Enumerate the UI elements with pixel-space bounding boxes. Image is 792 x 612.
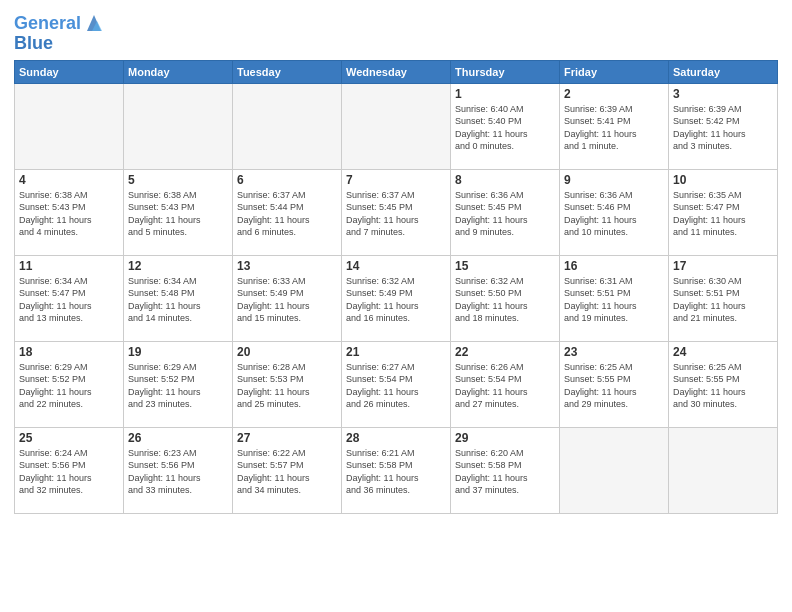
- day-number: 10: [673, 173, 773, 187]
- day-info: Sunrise: 6:34 AM Sunset: 5:48 PM Dayligh…: [128, 275, 228, 325]
- calendar-body: 1Sunrise: 6:40 AM Sunset: 5:40 PM Daylig…: [15, 83, 778, 513]
- calendar-cell: 2Sunrise: 6:39 AM Sunset: 5:41 PM Daylig…: [560, 83, 669, 169]
- calendar-cell: 23Sunrise: 6:25 AM Sunset: 5:55 PM Dayli…: [560, 341, 669, 427]
- day-info: Sunrise: 6:25 AM Sunset: 5:55 PM Dayligh…: [564, 361, 664, 411]
- calendar-cell: [15, 83, 124, 169]
- calendar-cell: 4Sunrise: 6:38 AM Sunset: 5:43 PM Daylig…: [15, 169, 124, 255]
- day-number: 2: [564, 87, 664, 101]
- calendar-table: SundayMondayTuesdayWednesdayThursdayFrid…: [14, 60, 778, 514]
- day-number: 19: [128, 345, 228, 359]
- day-info: Sunrise: 6:37 AM Sunset: 5:44 PM Dayligh…: [237, 189, 337, 239]
- calendar-cell: 9Sunrise: 6:36 AM Sunset: 5:46 PM Daylig…: [560, 169, 669, 255]
- day-info: Sunrise: 6:38 AM Sunset: 5:43 PM Dayligh…: [19, 189, 119, 239]
- day-info: Sunrise: 6:29 AM Sunset: 5:52 PM Dayligh…: [128, 361, 228, 411]
- calendar-cell: 17Sunrise: 6:30 AM Sunset: 5:51 PM Dayli…: [669, 255, 778, 341]
- calendar-cell: 27Sunrise: 6:22 AM Sunset: 5:57 PM Dayli…: [233, 427, 342, 513]
- day-info: Sunrise: 6:30 AM Sunset: 5:51 PM Dayligh…: [673, 275, 773, 325]
- day-number: 7: [346, 173, 446, 187]
- day-number: 27: [237, 431, 337, 445]
- day-info: Sunrise: 6:21 AM Sunset: 5:58 PM Dayligh…: [346, 447, 446, 497]
- calendar-week-row: 4Sunrise: 6:38 AM Sunset: 5:43 PM Daylig…: [15, 169, 778, 255]
- calendar-cell: 24Sunrise: 6:25 AM Sunset: 5:55 PM Dayli…: [669, 341, 778, 427]
- calendar-cell: 5Sunrise: 6:38 AM Sunset: 5:43 PM Daylig…: [124, 169, 233, 255]
- day-number: 16: [564, 259, 664, 273]
- calendar-week-row: 25Sunrise: 6:24 AM Sunset: 5:56 PM Dayli…: [15, 427, 778, 513]
- day-info: Sunrise: 6:40 AM Sunset: 5:40 PM Dayligh…: [455, 103, 555, 153]
- calendar-cell: 28Sunrise: 6:21 AM Sunset: 5:58 PM Dayli…: [342, 427, 451, 513]
- day-info: Sunrise: 6:34 AM Sunset: 5:47 PM Dayligh…: [19, 275, 119, 325]
- day-info: Sunrise: 6:28 AM Sunset: 5:53 PM Dayligh…: [237, 361, 337, 411]
- calendar-cell: 1Sunrise: 6:40 AM Sunset: 5:40 PM Daylig…: [451, 83, 560, 169]
- day-info: Sunrise: 6:39 AM Sunset: 5:42 PM Dayligh…: [673, 103, 773, 153]
- day-number: 20: [237, 345, 337, 359]
- calendar-cell: 21Sunrise: 6:27 AM Sunset: 5:54 PM Dayli…: [342, 341, 451, 427]
- day-number: 18: [19, 345, 119, 359]
- day-number: 8: [455, 173, 555, 187]
- calendar-cell: 12Sunrise: 6:34 AM Sunset: 5:48 PM Dayli…: [124, 255, 233, 341]
- calendar-cell: 3Sunrise: 6:39 AM Sunset: 5:42 PM Daylig…: [669, 83, 778, 169]
- calendar-cell: 18Sunrise: 6:29 AM Sunset: 5:52 PM Dayli…: [15, 341, 124, 427]
- calendar-cell: [124, 83, 233, 169]
- day-info: Sunrise: 6:39 AM Sunset: 5:41 PM Dayligh…: [564, 103, 664, 153]
- calendar-cell: [233, 83, 342, 169]
- weekday-header: Friday: [560, 60, 669, 83]
- day-info: Sunrise: 6:26 AM Sunset: 5:54 PM Dayligh…: [455, 361, 555, 411]
- weekday-header: Thursday: [451, 60, 560, 83]
- weekday-row: SundayMondayTuesdayWednesdayThursdayFrid…: [15, 60, 778, 83]
- calendar-cell: [342, 83, 451, 169]
- day-number: 25: [19, 431, 119, 445]
- calendar-cell: 10Sunrise: 6:35 AM Sunset: 5:47 PM Dayli…: [669, 169, 778, 255]
- day-info: Sunrise: 6:32 AM Sunset: 5:49 PM Dayligh…: [346, 275, 446, 325]
- day-number: 24: [673, 345, 773, 359]
- calendar-cell: 7Sunrise: 6:37 AM Sunset: 5:45 PM Daylig…: [342, 169, 451, 255]
- logo-text2: Blue: [14, 34, 53, 54]
- day-number: 11: [19, 259, 119, 273]
- weekday-header: Sunday: [15, 60, 124, 83]
- calendar-cell: 25Sunrise: 6:24 AM Sunset: 5:56 PM Dayli…: [15, 427, 124, 513]
- calendar-week-row: 18Sunrise: 6:29 AM Sunset: 5:52 PM Dayli…: [15, 341, 778, 427]
- day-number: 14: [346, 259, 446, 273]
- day-number: 21: [346, 345, 446, 359]
- calendar-cell: 8Sunrise: 6:36 AM Sunset: 5:45 PM Daylig…: [451, 169, 560, 255]
- day-info: Sunrise: 6:20 AM Sunset: 5:58 PM Dayligh…: [455, 447, 555, 497]
- logo-text: General: [14, 14, 81, 34]
- calendar-cell: 20Sunrise: 6:28 AM Sunset: 5:53 PM Dayli…: [233, 341, 342, 427]
- day-number: 1: [455, 87, 555, 101]
- day-number: 23: [564, 345, 664, 359]
- day-number: 26: [128, 431, 228, 445]
- day-number: 13: [237, 259, 337, 273]
- day-number: 12: [128, 259, 228, 273]
- weekday-header: Wednesday: [342, 60, 451, 83]
- day-number: 3: [673, 87, 773, 101]
- day-info: Sunrise: 6:38 AM Sunset: 5:43 PM Dayligh…: [128, 189, 228, 239]
- day-number: 28: [346, 431, 446, 445]
- day-number: 22: [455, 345, 555, 359]
- day-number: 15: [455, 259, 555, 273]
- calendar-cell: 14Sunrise: 6:32 AM Sunset: 5:49 PM Dayli…: [342, 255, 451, 341]
- day-info: Sunrise: 6:29 AM Sunset: 5:52 PM Dayligh…: [19, 361, 119, 411]
- page-container: General Blue: [0, 0, 792, 524]
- calendar-cell: 16Sunrise: 6:31 AM Sunset: 5:51 PM Dayli…: [560, 255, 669, 341]
- calendar-cell: 13Sunrise: 6:33 AM Sunset: 5:49 PM Dayli…: [233, 255, 342, 341]
- day-info: Sunrise: 6:25 AM Sunset: 5:55 PM Dayligh…: [673, 361, 773, 411]
- day-info: Sunrise: 6:27 AM Sunset: 5:54 PM Dayligh…: [346, 361, 446, 411]
- day-info: Sunrise: 6:33 AM Sunset: 5:49 PM Dayligh…: [237, 275, 337, 325]
- day-number: 9: [564, 173, 664, 187]
- weekday-header: Tuesday: [233, 60, 342, 83]
- day-number: 4: [19, 173, 119, 187]
- day-info: Sunrise: 6:22 AM Sunset: 5:57 PM Dayligh…: [237, 447, 337, 497]
- calendar-cell: [669, 427, 778, 513]
- day-info: Sunrise: 6:32 AM Sunset: 5:50 PM Dayligh…: [455, 275, 555, 325]
- logo-icon: [83, 13, 105, 33]
- day-info: Sunrise: 6:35 AM Sunset: 5:47 PM Dayligh…: [673, 189, 773, 239]
- day-info: Sunrise: 6:36 AM Sunset: 5:45 PM Dayligh…: [455, 189, 555, 239]
- calendar-cell: 6Sunrise: 6:37 AM Sunset: 5:44 PM Daylig…: [233, 169, 342, 255]
- day-info: Sunrise: 6:23 AM Sunset: 5:56 PM Dayligh…: [128, 447, 228, 497]
- weekday-header: Saturday: [669, 60, 778, 83]
- day-info: Sunrise: 6:31 AM Sunset: 5:51 PM Dayligh…: [564, 275, 664, 325]
- calendar-cell: [560, 427, 669, 513]
- calendar-cell: 11Sunrise: 6:34 AM Sunset: 5:47 PM Dayli…: [15, 255, 124, 341]
- calendar-week-row: 11Sunrise: 6:34 AM Sunset: 5:47 PM Dayli…: [15, 255, 778, 341]
- header: General Blue: [14, 10, 778, 54]
- day-info: Sunrise: 6:37 AM Sunset: 5:45 PM Dayligh…: [346, 189, 446, 239]
